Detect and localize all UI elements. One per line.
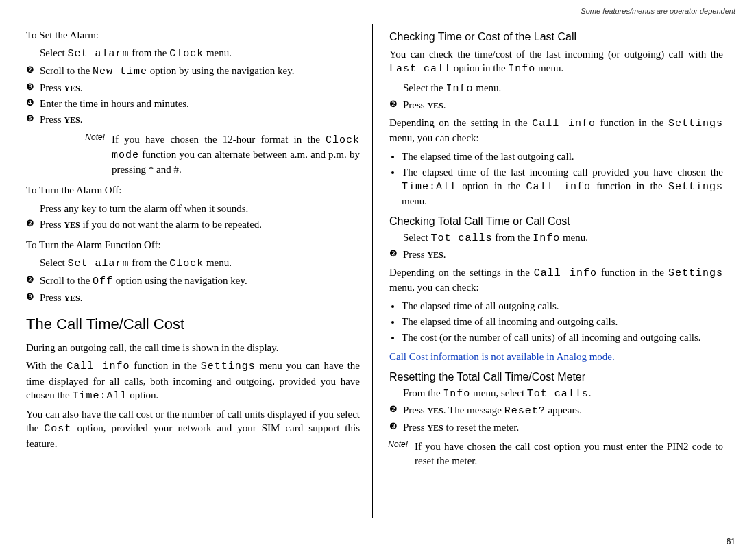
- reset-meter-heading: Resetting the Total Call Time/Cost Meter: [389, 371, 723, 383]
- analog-mode-note: Call Cost information is not available i…: [389, 350, 723, 363]
- step-text: Select Set alarm from the Clock menu.: [40, 256, 360, 271]
- step-number: ❷: [26, 64, 40, 76]
- total-depending-para: Depending on the settings in the Call in…: [389, 265, 723, 295]
- step-number: ❷: [26, 217, 40, 230]
- set-alarm-step-2: ❷ Scroll to the New time option by using…: [26, 64, 360, 79]
- note-pin2: Note! If you have chosen the call cost o…: [378, 440, 723, 468]
- step-text: Enter the time in hours and minutes.: [40, 97, 360, 110]
- func-off-step-1: Select Set alarm from the Clock menu.: [26, 256, 360, 271]
- step-text: Press YES.: [40, 291, 360, 304]
- set-alarm-step-3: ❸ Press YES.: [26, 81, 360, 95]
- note-label: Note!: [378, 440, 415, 449]
- step-number: ❷: [389, 403, 403, 416]
- check-total-step-2: ❷ Press YES.: [389, 248, 723, 261]
- step-text: Press YES.: [40, 81, 360, 95]
- check-last-step-1: Select the Info menu.: [389, 81, 723, 96]
- step-text: Select the Info menu.: [403, 81, 723, 96]
- step-number: ❹: [26, 97, 40, 109]
- call-time-cost-heading: The Call Time/Call Cost: [26, 315, 360, 335]
- step-number: ❸: [26, 291, 40, 303]
- call-cost-para-1: During an outgoing call, the call time i…: [26, 341, 360, 355]
- set-alarm-step-1: Select Set alarm from the Clock menu.: [26, 46, 360, 61]
- turn-alarm-off-heading: To Turn the Alarm Off:: [26, 183, 360, 197]
- turn-off-step-1: Press any key to turn the alarm off when…: [26, 202, 360, 215]
- reset-step-2: ❷ Press YES. The message Reset? appears.: [389, 403, 723, 418]
- step-number: ❷: [26, 274, 40, 286]
- check-total-heading: Checking Total Call Time or Call Cost: [389, 215, 723, 228]
- note-body: If you have chosen the 12-hour format in…: [112, 132, 360, 177]
- step-number: ❷: [389, 248, 403, 260]
- step-text: Press YES if you do not want the alarm t…: [40, 217, 360, 231]
- page-number: 61: [727, 537, 735, 547]
- step-text: Press YES.: [40, 112, 360, 126]
- bullet-item: The cost (or the number of call units) o…: [402, 331, 723, 344]
- content-columns: To Set the Alarm: Select Set alarm from …: [0, 0, 756, 545]
- turn-off-step-2: ❷ Press YES if you do not want the alarm…: [26, 217, 360, 231]
- step-number: ❸: [26, 81, 40, 93]
- set-alarm-step-5: ❺ Press YES.: [26, 112, 360, 126]
- step-text: Scroll to the New time option by using t…: [40, 64, 360, 79]
- step-text: Scroll to the Off option using the navig…: [40, 274, 360, 289]
- step-number: ❷: [389, 98, 403, 110]
- note-body: If you have chosen the call cost option …: [415, 440, 723, 468]
- set-alarm-step-4: ❹ Enter the time in hours and minutes.: [26, 97, 360, 110]
- bullet-item: The elapsed time of all incoming and out…: [402, 315, 723, 328]
- step-text: Press YES.: [403, 98, 723, 112]
- step-number: ❺: [26, 112, 40, 125]
- step-number: ❸: [389, 420, 403, 433]
- reset-step-1: From the Info menu, select Tot calls.: [389, 386, 723, 401]
- reset-step-3: ❸ Press YES to reset the meter.: [389, 420, 723, 434]
- step-text: Select Tot calls from the Info menu.: [403, 230, 723, 245]
- bullet-item: The elapsed time of all outgoing calls.: [402, 299, 723, 313]
- bullet-item: The elapsed time of the last outgoing ca…: [402, 149, 723, 163]
- note-label: Note!: [75, 132, 112, 142]
- alarm-function-off-heading: To Turn the Alarm Function Off:: [26, 238, 360, 252]
- step-text: Press YES to reset the meter.: [403, 420, 723, 434]
- check-last-bullets: The elapsed time of the last outgoing ca…: [389, 149, 723, 208]
- right-column: Checking Time or Cost of the Last Call Y…: [373, 24, 735, 518]
- note-12hour: Note! If you have chosen the 12-hour for…: [75, 132, 360, 177]
- step-text: Press YES. The message Reset? appears.: [403, 403, 723, 418]
- func-off-step-2: ❷ Scroll to the Off option using the nav…: [26, 274, 360, 289]
- left-column: To Set the Alarm: Select Set alarm from …: [14, 24, 373, 518]
- check-total-bullets: The elapsed time of all outgoing calls. …: [389, 299, 723, 345]
- check-total-step-1: Select Tot calls from the Info menu.: [389, 230, 723, 245]
- step-text: Press YES.: [403, 248, 723, 261]
- step-text: From the Info menu, select Tot calls.: [403, 386, 723, 401]
- check-last-para: You can check the time/cost of the last …: [389, 47, 723, 77]
- to-set-alarm-heading: To Set the Alarm:: [26, 28, 360, 42]
- check-depending-para: Depending on the setting in the Call inf…: [389, 116, 723, 145]
- check-last-step-2: ❷ Press YES.: [389, 98, 723, 112]
- func-off-step-3: ❸ Press YES.: [26, 291, 360, 304]
- page-header: Some features/menus are operator depende…: [581, 7, 735, 15]
- check-last-call-heading: Checking Time or Cost of the Last Call: [389, 31, 723, 43]
- step-text: Select Set alarm from the Clock menu.: [40, 46, 360, 61]
- call-cost-para-2: With the Call info function in the Setti…: [26, 359, 360, 403]
- step-text: Press any key to turn the alarm off when…: [40, 202, 360, 215]
- call-cost-para-3: You can also have the call cost or the n…: [26, 407, 360, 451]
- bullet-item: The elapsed time of the last incoming ca…: [402, 165, 723, 208]
